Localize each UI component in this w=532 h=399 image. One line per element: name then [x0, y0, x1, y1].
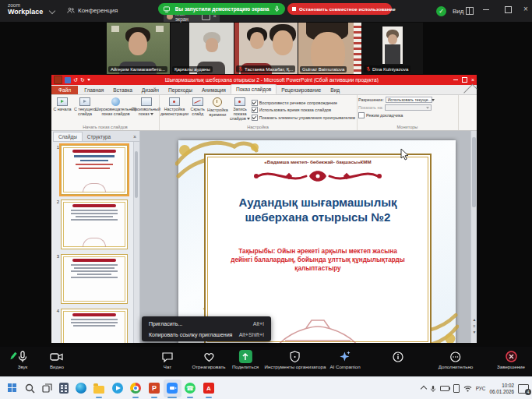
- powerpoint-taskbar-button[interactable]: P: [148, 382, 160, 394]
- participant-video[interactable]: Айгерим Калмагамбето...: [107, 23, 170, 74]
- chat-button[interactable]: Чат: [161, 350, 174, 369]
- audio-button[interactable]: Звук: [17, 350, 28, 369]
- ribbon-tab-slideshow[interactable]: Показ слайдов: [231, 84, 277, 94]
- resolution-row[interactable]: Разрешение:Использовать текуще...: [358, 97, 456, 103]
- tray-mic-icon[interactable]: [430, 385, 436, 393]
- undo-icon[interactable]: ↺: [73, 77, 78, 83]
- slide-thumbnail-row[interactable]: 4: [55, 309, 128, 343]
- use-timings-checkbox[interactable]: Использовать время показа слайдов: [252, 107, 355, 113]
- slide-thumbnail[interactable]: [61, 309, 128, 343]
- panel-close-icon[interactable]: ×: [130, 134, 139, 141]
- ppt-maximize-icon[interactable]: [462, 77, 467, 83]
- video-button[interactable]: Видео: [50, 350, 64, 369]
- slide-thumbnail[interactable]: [61, 200, 128, 249]
- host-tools-button[interactable]: Инструменты организатора: [265, 350, 326, 369]
- battery-icon[interactable]: [440, 386, 449, 391]
- video-art: [156, 26, 164, 32]
- file-explorer-button[interactable]: [93, 382, 105, 394]
- slide-thumbnail-row[interactable]: 2: [55, 200, 128, 249]
- language-indicator[interactable]: РУС: [476, 386, 486, 391]
- show-media-controls-checkbox[interactable]: Показать элементы управления проигрывате…: [252, 115, 355, 121]
- scrollbar-thumb[interactable]: [135, 151, 138, 198]
- more-button[interactable]: Дополнительно: [439, 350, 474, 369]
- zoom-taskbar-button[interactable]: [166, 382, 178, 394]
- participant-video-active-speaker[interactable]: Қарғалы ауданы: [171, 23, 234, 74]
- ribbon-tab-review[interactable]: Рецензирование: [277, 86, 326, 94]
- tab-conference[interactable]: Конференция: [67, 7, 118, 14]
- presenter-view-checkbox[interactable]: Режим докладчика: [358, 112, 458, 118]
- menu-item-copy-invite-link[interactable]: Копировать ссылку приглашения Alt+Shift+…: [142, 329, 271, 340]
- ribbon-tab-view[interactable]: Вид: [326, 86, 344, 94]
- record-slideshow-button[interactable]: Запись показа слайдов: [228, 96, 252, 121]
- slide-thumbnail-row[interactable]: 3: [55, 254, 128, 304]
- ribbon-tab-insert[interactable]: Вставка: [108, 86, 137, 94]
- menu-item-invite[interactable]: Пригласить... Alt+I: [142, 318, 271, 329]
- save-icon[interactable]: [65, 77, 71, 83]
- view-button[interactable]: Вид: [453, 7, 474, 15]
- ppt-window-controls[interactable]: ×: [453, 77, 474, 83]
- thumb-line: [79, 168, 110, 169]
- quick-access-toolbar[interactable]: ↺ ↻: [54, 76, 90, 84]
- participant-video[interactable]: Тастаева Махабат, Қ...: [234, 23, 298, 74]
- task-view-button[interactable]: [41, 382, 53, 394]
- stop-share-button[interactable]: Остановить совместное использование: [287, 3, 392, 15]
- play-narrations-checkbox[interactable]: Воспроизвести речевое сопровождение: [252, 100, 355, 106]
- ppt-close-icon[interactable]: ×: [471, 77, 474, 83]
- setup-slideshow-button[interactable]: Настройка демонстрации: [160, 96, 188, 121]
- broadcast-slideshow-button[interactable]: Широковещательный показ слайдов: [97, 96, 134, 116]
- edge-button[interactable]: [75, 382, 87, 394]
- phone-link-icon[interactable]: [453, 384, 460, 393]
- tray-expand-chevron[interactable]: [420, 385, 426, 391]
- participant-name: Gulnaz Baimuratova: [300, 66, 347, 72]
- whatsapp-button[interactable]: ☎: [184, 382, 196, 394]
- slide-scrollbar[interactable]: ▲ ≡ ▼: [470, 131, 477, 343]
- tab-outline[interactable]: Структура: [83, 132, 115, 141]
- telegram-button[interactable]: [111, 382, 124, 394]
- calculator-button[interactable]: [58, 382, 70, 394]
- minimize-button[interactable]: [483, 9, 489, 10]
- resolution-combobox[interactable]: Использовать текуще...: [386, 97, 432, 103]
- meeting-info-button[interactable]: [393, 350, 403, 364]
- next-slide-button[interactable]: ▼: [471, 330, 477, 335]
- slide-thumbnail-list: 1 2 3: [53, 142, 139, 343]
- acrobat-button[interactable]: A: [203, 382, 215, 394]
- ppt-minimize-icon[interactable]: [453, 79, 458, 80]
- ribbon-tab-home[interactable]: Главная: [79, 86, 108, 94]
- scrollbar-thumb[interactable]: [472, 137, 476, 207]
- previous-slide-button[interactable]: ▲: [471, 317, 477, 323]
- participant-video[interactable]: Dina Kulniyazova: [362, 23, 423, 74]
- maximize-button[interactable]: [505, 6, 512, 13]
- from-current-slide-button[interactable]: С текущего слайда: [72, 96, 97, 116]
- end-meeting-button[interactable]: Завершение: [497, 350, 525, 369]
- thumb-line: [77, 274, 111, 275]
- clock[interactable]: 10:02 06.01.2026: [489, 383, 514, 394]
- notification-center-icon[interactable]: 4: [518, 384, 529, 394]
- browse-slides-button[interactable]: ≡: [471, 323, 477, 329]
- tab-slides[interactable]: Слайды: [53, 132, 83, 141]
- security-shield-icon[interactable]: ✓: [436, 6, 446, 16]
- react-button[interactable]: Отреагировать: [192, 350, 225, 369]
- from-beginning-button[interactable]: С начала: [52, 96, 72, 116]
- network-icon[interactable]: [463, 385, 472, 392]
- ribbon-tab-transitions[interactable]: Переходы: [164, 86, 197, 94]
- custom-slideshow-button[interactable]: Произвольный показ: [134, 96, 158, 116]
- redo-icon[interactable]: ↻: [80, 77, 85, 83]
- slide-thumbnail[interactable]: [61, 254, 128, 304]
- participant-video[interactable]: Gulnaz Baimuratova: [298, 23, 361, 74]
- search-button[interactable]: [23, 382, 36, 394]
- slide-canvas[interactable]: «Бадамша мектеп- бөбекжай- бақшасы»КММ: [178, 140, 456, 343]
- share-screen-button[interactable]: Поделиться: [232, 350, 259, 369]
- chrome-button[interactable]: [129, 382, 142, 394]
- start-button[interactable]: [6, 382, 19, 394]
- panel-scrollbar[interactable]: [133, 142, 139, 343]
- slide-thumbnail-selected[interactable]: [61, 145, 128, 195]
- slide-thumbnail-row[interactable]: 1: [55, 145, 128, 195]
- hide-slide-button[interactable]: Скрыть слайд: [188, 96, 206, 121]
- ai-companion-button[interactable]: AI Companion: [329, 350, 360, 369]
- ribbon-tab-animations[interactable]: Анимация: [197, 86, 231, 94]
- whatsapp-icon: ☎: [185, 383, 196, 394]
- ribbon-tab-design[interactable]: Дизайн: [137, 86, 164, 94]
- ribbon-tab-file[interactable]: Файл: [51, 86, 78, 94]
- close-button[interactable]: ×: [523, 5, 528, 13]
- rehearse-timings-button[interactable]: Настройка времени: [206, 96, 228, 121]
